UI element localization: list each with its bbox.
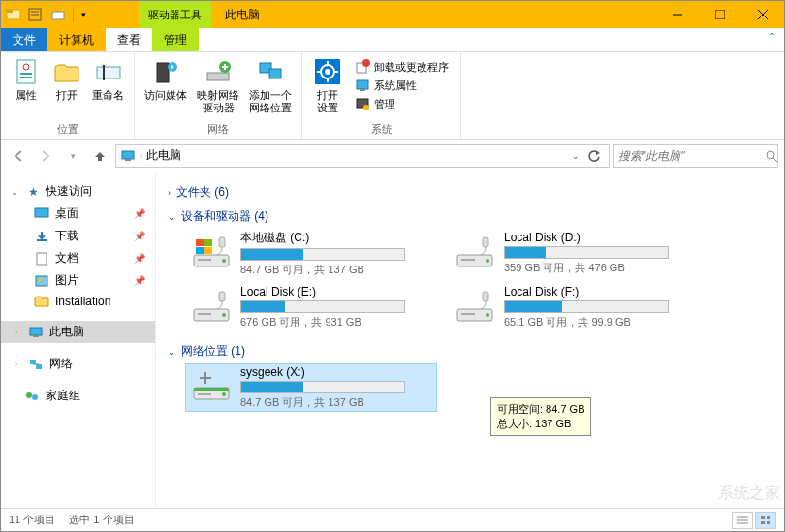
collapse-ribbon-icon[interactable]: ˆ <box>770 32 774 46</box>
svg-rect-75 <box>198 393 211 395</box>
open-settings-button[interactable]: 打开 设置 <box>308 54 347 116</box>
network-drive-item[interactable]: sysgeek (X:) 84.7 GB 可用，共 137 GB <box>185 363 437 412</box>
nav-downloads[interactable]: 下载 📌 <box>1 225 155 247</box>
section-folders[interactable]: › 文件夹 (6) <box>168 180 772 204</box>
drive-name: Local Disk (D:) <box>504 231 696 244</box>
maximize-button[interactable] <box>699 1 741 28</box>
network-icon <box>28 358 46 371</box>
drive-icon <box>454 234 496 272</box>
up-button[interactable] <box>88 144 111 168</box>
rename-button[interactable]: 重命名 <box>88 54 128 104</box>
svg-rect-74 <box>194 388 229 391</box>
status-selected-count: 选中 1 个项目 <box>69 513 134 527</box>
svg-rect-13 <box>20 77 32 78</box>
manage-icon <box>355 96 370 111</box>
qat-new-folder-icon[interactable] <box>47 8 69 21</box>
drive-name: sysgeek (X:) <box>240 365 432 379</box>
nav-this-pc[interactable]: › 此电脑 <box>1 321 155 343</box>
window-title: 此电脑 <box>211 1 656 28</box>
drive-capacity-text: 84.7 GB 可用，共 137 GB <box>240 263 432 277</box>
pc-icon <box>28 326 46 339</box>
tab-file[interactable]: 文件 <box>1 28 47 51</box>
network-location-icon <box>255 56 286 87</box>
close-button[interactable] <box>741 1 784 28</box>
chevron-down-icon: ⌄ <box>168 347 175 357</box>
drive-item[interactable]: Local Disk (F:) 65.1 GB 可用，共 99.9 GB <box>449 283 701 331</box>
svg-rect-83 <box>767 521 770 524</box>
drive-icon <box>190 288 233 327</box>
tab-computer[interactable]: 计算机 <box>47 28 106 51</box>
drive-capacity-text: 676 GB 可用，共 931 GB <box>240 315 432 329</box>
svg-point-76 <box>222 392 226 396</box>
svg-rect-66 <box>198 313 211 315</box>
nav-quick-access[interactable]: ⌄ ★ 快速访问 <box>1 180 155 203</box>
drive-item[interactable]: Local Disk (D:) 359 GB 可用，共 476 GB <box>449 229 701 277</box>
pin-icon: 📌 <box>134 231 151 241</box>
caret-right-icon[interactable]: › <box>15 328 24 337</box>
svg-rect-43 <box>37 253 47 265</box>
chevron-right-icon[interactable]: › <box>140 151 142 161</box>
breadcrumb-this-pc[interactable]: 此电脑 <box>146 147 181 164</box>
svg-rect-47 <box>33 335 39 337</box>
nav-homegroup[interactable]: 家庭组 <box>1 385 155 407</box>
nav-documents[interactable]: 文档 📌 <box>1 247 155 269</box>
large-icons-view-button[interactable] <box>755 512 776 529</box>
svg-point-45 <box>39 278 42 281</box>
open-button[interactable]: 打开 <box>47 54 86 104</box>
breadcrumb-box[interactable]: › 此电脑 ⌄ <box>115 144 610 168</box>
svg-rect-81 <box>767 516 770 519</box>
forward-button[interactable] <box>34 144 57 168</box>
qat-dropdown-icon[interactable]: ▾ <box>78 10 90 19</box>
back-button[interactable] <box>7 144 30 168</box>
system-properties-button[interactable]: 系统属性 <box>351 77 453 94</box>
search-box[interactable] <box>613 144 778 168</box>
svg-rect-82 <box>761 521 765 524</box>
status-bar: 11 个项目 选中 1 个项目 <box>1 508 784 531</box>
address-dropdown-icon[interactable]: ⌄ <box>572 151 580 161</box>
svg-line-40 <box>773 158 777 162</box>
uninstall-icon <box>355 59 370 75</box>
drive-item[interactable]: 本地磁盘 (C:) 84.7 GB 可用，共 137 GB <box>185 229 437 277</box>
svg-rect-56 <box>204 247 212 254</box>
manage-button[interactable]: 管理 <box>351 95 453 112</box>
svg-rect-60 <box>219 237 225 247</box>
pin-icon: 📌 <box>134 253 151 264</box>
capacity-bar <box>504 246 669 259</box>
nav-network[interactable]: › 网络 <box>1 353 155 375</box>
svg-rect-72 <box>483 292 488 301</box>
search-input[interactable] <box>618 149 765 163</box>
access-media-button[interactable]: 访问媒体 <box>141 54 191 104</box>
qat-properties-icon[interactable] <box>24 8 46 21</box>
minimize-button[interactable] <box>656 1 699 28</box>
media-server-icon <box>150 56 181 87</box>
tab-view[interactable]: 查看 <box>106 28 152 51</box>
search-icon[interactable] <box>765 149 778 163</box>
svg-rect-32 <box>357 80 368 89</box>
capacity-bar <box>240 381 405 393</box>
nav-installation[interactable]: Installation <box>1 292 155 311</box>
map-drive-button[interactable]: 映射网络 驱动器 <box>193 54 243 116</box>
tab-manage[interactable]: 管理 <box>152 28 199 51</box>
svg-point-59 <box>222 259 226 263</box>
drive-name: 本地磁盘 (C:) <box>240 230 432 246</box>
add-network-location-button[interactable]: 添加一个 网络位置 <box>245 54 296 116</box>
nav-desktop[interactable]: 桌面 📌 <box>1 203 155 225</box>
section-drives[interactable]: ⌄ 设备和驱动器 (4) <box>168 204 772 229</box>
drive-icon <box>190 234 233 272</box>
caret-down-icon[interactable]: ⌄ <box>11 187 20 197</box>
refresh-button[interactable] <box>583 149 605 163</box>
open-folder-icon <box>51 56 82 87</box>
recent-dropdown-icon[interactable]: ▾ <box>61 144 84 168</box>
drive-capacity-text: 65.1 GB 可用，共 99.9 GB <box>504 315 696 329</box>
svg-rect-33 <box>360 89 365 91</box>
section-network-locations[interactable]: ⌄ 网络位置 (1) <box>168 339 772 363</box>
svg-rect-48 <box>30 360 36 364</box>
uninstall-programs-button[interactable]: 卸载或更改程序 <box>351 58 453 76</box>
star-icon: ★ <box>24 185 42 199</box>
drive-item[interactable]: Local Disk (E:) 676 GB 可用，共 931 GB <box>185 283 437 331</box>
caret-right-icon[interactable]: › <box>15 360 24 369</box>
properties-button[interactable]: 属性 <box>7 54 46 104</box>
title-bar: ▾ 驱动器工具 此电脑 <box>1 1 784 28</box>
details-view-button[interactable] <box>732 512 753 529</box>
nav-pictures[interactable]: 图片 📌 <box>1 269 155 292</box>
